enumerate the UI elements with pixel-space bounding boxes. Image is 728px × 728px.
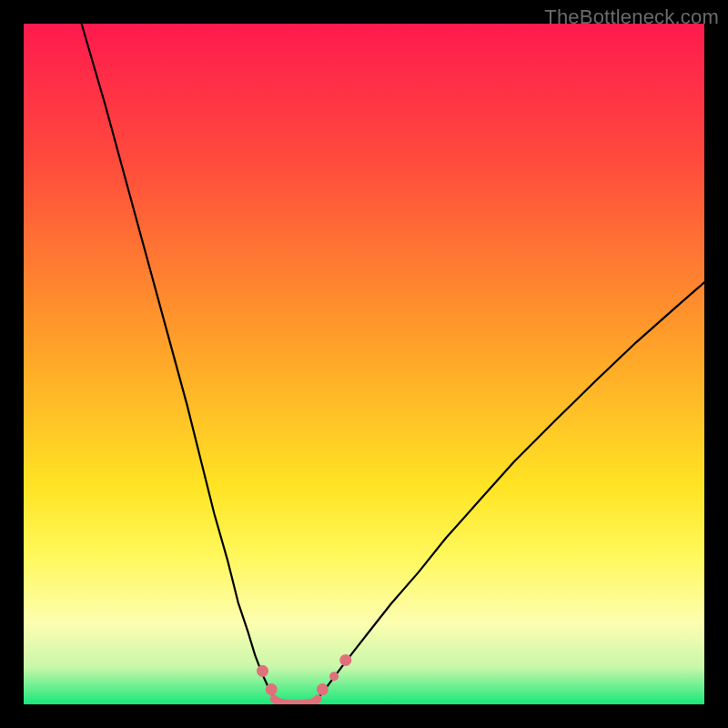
marker-3 xyxy=(329,672,339,681)
chart-background xyxy=(24,24,704,704)
marker-0 xyxy=(257,665,268,677)
bottleneck-chart xyxy=(24,24,704,704)
watermark-text: TheBottleneck.com xyxy=(544,5,719,29)
marker-2 xyxy=(317,683,329,695)
marker-4 xyxy=(339,654,351,666)
chart-frame xyxy=(24,24,704,704)
marker-1 xyxy=(266,683,278,695)
